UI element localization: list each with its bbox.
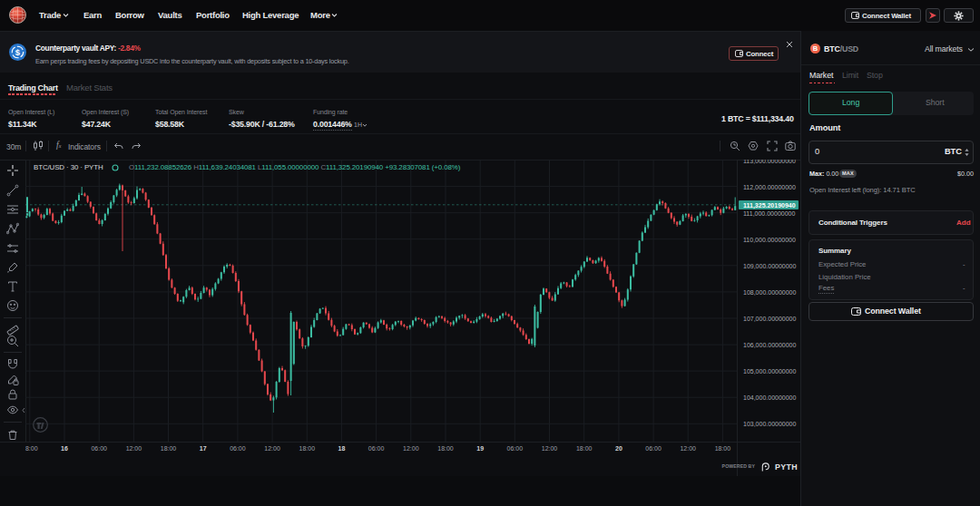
svg-text:$: $ [15, 47, 21, 57]
svg-text:B: B [813, 44, 818, 53]
